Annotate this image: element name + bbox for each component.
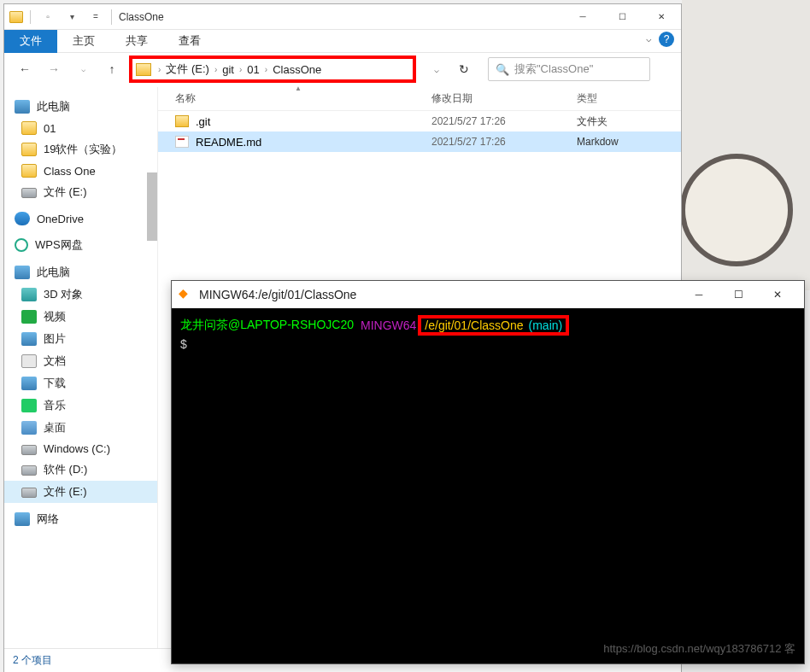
recent-dropdown[interactable]: ⌵ [71,59,95,79]
minimize-button[interactable]: ─ [679,282,719,307]
maximize-button[interactable]: ☐ [602,4,642,30]
tree-item-label: 视频 [44,309,66,324]
qat-dropdown[interactable]: = [85,8,106,26]
ribbon-tab-file[interactable]: 文件 [4,30,57,53]
doc-icon [21,354,37,368]
breadcrumb-segment[interactable]: git [219,63,238,76]
navigation-pane[interactable]: 此电脑0119软件（实验）Class One文件 (E:)OneDriveWPS… [4,87,158,648]
file-row[interactable]: .git2021/5/27 17:26文件夹 [158,111,681,131]
qat-button[interactable]: ▫ [38,8,58,26]
file-type: 文件夹 [577,114,681,129]
file-type: Markdow [577,136,681,148]
tree-item-label: 网络 [37,511,59,527]
close-button[interactable]: ✕ [758,282,797,307]
tree-item[interactable]: 视频 [4,306,157,328]
tree-item[interactable]: Windows (C:) [4,439,157,459]
highlighted-path-box: /e/git/01/ClassOne (main) [418,315,569,336]
folder-icon [21,164,37,178]
status-text: 2 个项目 [13,653,52,668]
maximize-button[interactable]: ☐ [719,282,758,307]
chevron-right-icon[interactable]: › [238,65,244,74]
desktop-icon [21,421,37,435]
tree-item-label: Class One [44,165,96,178]
tree-item-label: 19软件（实验） [44,142,122,157]
tree-item-label: OneDrive [37,213,84,225]
column-header-date[interactable]: 修改日期 [431,91,577,106]
tree-item[interactable]: 01 [4,118,157,138]
tree-item[interactable]: 3D 对象 [4,283,157,306]
tree-item-label: 音乐 [44,398,66,413]
file-name: README.md [196,136,261,149]
terminal-title: MINGW64:/e/git/01/ClassOne [199,288,356,301]
breadcrumb-segment[interactable]: 01 [244,63,262,76]
tree-item[interactable]: 此电脑 [4,96,157,118]
tree-item-label: 下载 [44,376,66,391]
help-icon[interactable]: ? [659,32,674,47]
up-button[interactable]: ↑ [100,59,124,79]
tree-item[interactable]: 音乐 [4,394,157,417]
separator [30,10,31,24]
search-placeholder: 搜索"ClassOne" [514,61,593,77]
tree-item[interactable]: 网络 [4,508,157,530]
tree-item[interactable]: 图片 [4,328,157,350]
folder-icon [175,115,189,127]
tree-item-label: WPS网盘 [35,237,83,253]
window-title: ClassOne [119,11,164,23]
pic-icon [21,332,37,346]
tree-item[interactable]: Class One [4,161,157,181]
scrollbar-thumb[interactable] [147,172,157,241]
tree-item[interactable]: 软件 (D:) [4,459,157,481]
breadcrumb-segment[interactable]: ClassOne [269,63,325,76]
drive-icon [21,445,37,455]
address-bar[interactable]: › 文件 (E:) › git › 01 › ClassOne [129,56,416,83]
chevron-right-icon[interactable]: › [156,65,162,74]
tree-item[interactable]: 文件 (E:) [4,481,157,503]
video-icon [21,310,37,324]
tree-item[interactable]: 19软件（实验） [4,138,157,161]
sort-indicator-icon: ▲ [295,85,302,92]
breadcrumb-segment[interactable]: 文件 (E:) [162,61,213,77]
tree-item[interactable]: 桌面 [4,417,157,439]
file-name: .git [196,115,210,128]
drive-icon [21,488,37,498]
prompt-line: 龙井问茶@LAPTOP-RSHOJC20 MINGW64 /e/git/01/C… [180,315,795,336]
forward-button[interactable]: → [42,59,66,79]
tree-item-label: 文档 [44,354,66,369]
refresh-button[interactable]: ↻ [452,59,476,79]
close-button[interactable]: ✕ [642,4,681,30]
onedrive-icon [15,212,30,225]
column-header-name[interactable]: 名称 [158,91,431,106]
search-icon: 🔍 [496,63,509,76]
wps-icon [15,238,28,252]
tree-item[interactable]: OneDrive [4,208,157,229]
explorer-titlebar[interactable]: ▫ ▾ = ClassOne ─ ☐ ✕ [4,4,681,30]
ribbon-tab-home[interactable]: 主页 [57,30,110,53]
terminal-body[interactable]: 龙井问茶@LAPTOP-RSHOJC20 MINGW64 /e/git/01/C… [172,308,804,663]
drive-icon [21,465,37,476]
tree-item[interactable]: WPS网盘 [4,234,157,256]
address-dropdown[interactable]: ⌵ [426,59,447,79]
column-header-type[interactable]: 类型 [577,91,681,106]
qat-button[interactable]: ▾ [62,8,82,26]
tree-item-label: 3D 对象 [44,287,83,302]
tree-item[interactable]: 此电脑 [4,261,157,283]
ribbon-tab-view[interactable]: 查看 [163,30,216,53]
back-button[interactable]: ← [13,59,37,79]
tree-item[interactable]: 下载 [4,372,157,394]
minimize-button[interactable]: ─ [563,4,602,30]
terminal-titlebar[interactable]: MINGW64:/e/git/01/ClassOne ─ ☐ ✕ [172,281,804,308]
prompt-path: /e/git/01/ClassOne [425,318,523,332]
watermark-text: https://blog.csdn.net/wqy183786712 客 [603,641,795,657]
tree-item[interactable]: 文档 [4,350,157,372]
tree-item[interactable]: 文件 (E:) [4,181,157,203]
prompt-symbol: $ [180,337,795,351]
ribbon-tab-share[interactable]: 共享 [110,30,163,53]
ribbon-expand-icon[interactable]: ⌵ [646,33,652,44]
mingw-icon [179,288,192,301]
tree-item-label: Windows (C:) [44,442,110,455]
chevron-right-icon[interactable]: › [263,65,269,74]
file-row[interactable]: README.md2021/5/27 17:26Markdow [158,131,681,152]
search-input[interactable]: 🔍 搜索"ClassOne" [488,57,650,81]
folder-icon [136,63,151,76]
chevron-right-icon[interactable]: › [213,65,219,74]
